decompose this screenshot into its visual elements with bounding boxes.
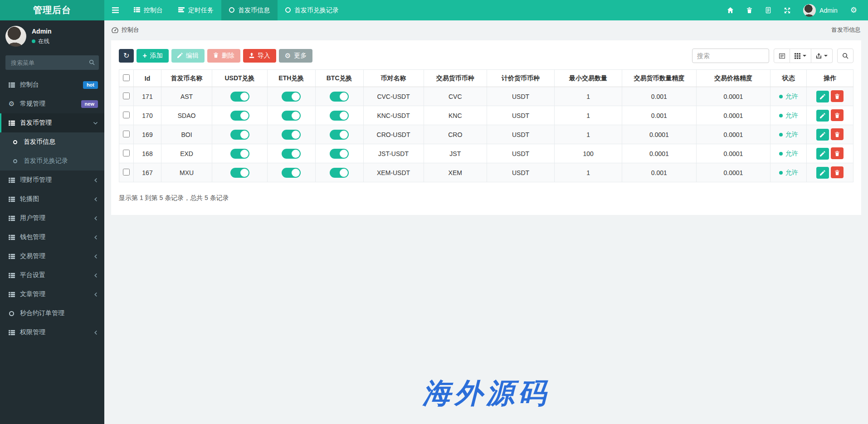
usdt-exchange-cell [212, 144, 268, 163]
online-dot-icon [32, 39, 35, 43]
sidebar-item-launch-coin-exchange[interactable]: 首发币兑换记录 [0, 151, 104, 171]
search-button[interactable] [837, 49, 853, 63]
sidebar-item-general[interactable]: ⚙常规管理new [0, 94, 104, 113]
price-precision: 0.0001 [696, 144, 770, 163]
sidebar-item-wealth-coin[interactable]: 理财币管理 [0, 171, 104, 190]
status-label: 允许 [785, 169, 798, 177]
quote-currency: USDT [487, 163, 555, 182]
table-search-input[interactable] [692, 49, 769, 63]
usdt-exchange-toggle[interactable] [230, 130, 249, 140]
user-menu[interactable]: Admin [797, 4, 844, 17]
coin-name: MXU [161, 163, 212, 182]
breadcrumb-current[interactable]: 控制台 [122, 26, 139, 34]
edit-row-button[interactable] [816, 167, 829, 179]
columns-button[interactable] [790, 49, 811, 63]
status-badge: 允许 [779, 169, 798, 177]
delete-row-button[interactable] [831, 147, 844, 159]
sidebar-item-trade[interactable]: 交易管理 [0, 247, 104, 266]
plus-icon: + [142, 52, 146, 59]
sidebar-item-launch-coin[interactable]: 首发币管理 [0, 113, 104, 132]
column-header: 状态 [770, 70, 807, 87]
btc-exchange-toggle[interactable] [330, 111, 349, 121]
sidebar-item-console[interactable]: 控制台hot [0, 75, 104, 94]
th-list-icon [8, 330, 15, 336]
btc-exchange-toggle[interactable] [330, 168, 349, 178]
refresh-button[interactable]: ↻ [119, 49, 134, 63]
eth-exchange-toggle[interactable] [282, 168, 301, 178]
button-label: 更多 [294, 52, 307, 60]
export-icon [816, 53, 822, 59]
sidebar-item-seconds-order[interactable]: 秒合约订单管理 [0, 304, 104, 323]
more-button[interactable]: ⚙更多 [279, 49, 312, 63]
usdt-exchange-toggle[interactable] [230, 111, 249, 121]
btc-exchange-toggle[interactable] [330, 149, 349, 159]
circle-icon [9, 311, 14, 316]
th-list-icon [8, 234, 15, 240]
chevron-left-icon [94, 273, 98, 278]
sidebar-user-status: 在线 [32, 38, 52, 45]
delete-row-button[interactable] [831, 128, 844, 140]
price-precision: 0.0001 [696, 87, 770, 106]
eth-exchange-toggle[interactable] [282, 111, 301, 121]
delete-row-button[interactable] [831, 90, 844, 102]
row-select-cell [119, 125, 134, 144]
caret-down-icon [824, 55, 828, 57]
sidebar-item-article[interactable]: 文章管理 [0, 285, 104, 304]
row-checkbox[interactable] [123, 131, 130, 137]
gears-icon: ⚙ [8, 100, 15, 108]
import-button[interactable]: 导入 [243, 49, 276, 63]
select-all-checkbox[interactable] [123, 74, 130, 81]
edit-row-button[interactable] [816, 148, 829, 160]
row-checkbox[interactable] [123, 169, 130, 175]
home-button[interactable] [721, 0, 740, 20]
nav-tab-coin-info[interactable]: 首发币信息 [221, 0, 278, 20]
eth-exchange-toggle[interactable] [282, 130, 301, 140]
sidebar-item-platform[interactable]: 平台设置 [0, 266, 104, 285]
th-list-icon [8, 120, 15, 126]
clear-cache-button[interactable] [740, 0, 759, 20]
status-cell-wrap: 允许 [770, 163, 807, 182]
sidebar-item-carousel[interactable]: 轮播图 [0, 190, 104, 209]
usdt-exchange-toggle[interactable] [230, 168, 249, 178]
delete-row-button[interactable] [831, 166, 844, 178]
edit-row-button[interactable] [816, 110, 829, 122]
sidebar-search-input[interactable] [5, 55, 99, 70]
detail-view-button[interactable] [774, 49, 790, 63]
log-button[interactable] [759, 0, 778, 20]
add-button[interactable]: +添加 [137, 49, 168, 63]
settings-button[interactable]: ⚙ [844, 0, 863, 20]
eth-exchange-toggle[interactable] [282, 92, 301, 102]
fullscreen-button[interactable] [778, 0, 797, 20]
sidebar-item-permission[interactable]: 权限管理 [0, 323, 104, 342]
eth-exchange-cell [267, 144, 315, 163]
delete-row-button[interactable] [831, 109, 844, 121]
trade-currency: KNC [424, 106, 487, 125]
row-checkbox[interactable] [123, 93, 130, 99]
nav-tab-coin-exchange[interactable]: 首发币兑换记录 [278, 0, 346, 20]
coin-name: AST [161, 87, 212, 106]
eth-exchange-toggle[interactable] [282, 149, 301, 159]
export-button[interactable] [811, 49, 833, 63]
usdt-exchange-cell [212, 163, 268, 182]
row-checkbox[interactable] [123, 150, 130, 156]
btc-exchange-toggle[interactable] [330, 130, 349, 140]
edit-row-button[interactable] [816, 129, 829, 141]
usdt-exchange-toggle[interactable] [230, 92, 249, 102]
sidebar-item-label: 文章管理 [20, 290, 45, 298]
nav-tab-console[interactable]: 控制台 [126, 0, 171, 20]
nav-tab-cron-task[interactable]: 定时任务 [171, 0, 221, 20]
row-checkbox[interactable] [123, 112, 130, 118]
delete-button: 删除 [207, 49, 240, 63]
sidebar-toggle-button[interactable] [104, 0, 126, 20]
btc-exchange-toggle[interactable] [330, 92, 349, 102]
navbar-tabs: 控制台定时任务首发币信息首发币兑换记录 [126, 0, 346, 20]
usdt-exchange-toggle[interactable] [230, 149, 249, 159]
sidebar-item-launch-coin-info[interactable]: 首发币信息 [0, 132, 104, 151]
edit-row-button[interactable] [816, 91, 829, 102]
sidebar-item-wallet[interactable]: 钱包管理 [0, 228, 104, 247]
upload-icon [249, 52, 254, 59]
amount-precision: 0.001 [622, 106, 697, 125]
sidebar-item-users[interactable]: 用户管理 [0, 209, 104, 228]
column-header: 交易货币币种 [424, 70, 487, 87]
row-id: 168 [134, 144, 161, 163]
